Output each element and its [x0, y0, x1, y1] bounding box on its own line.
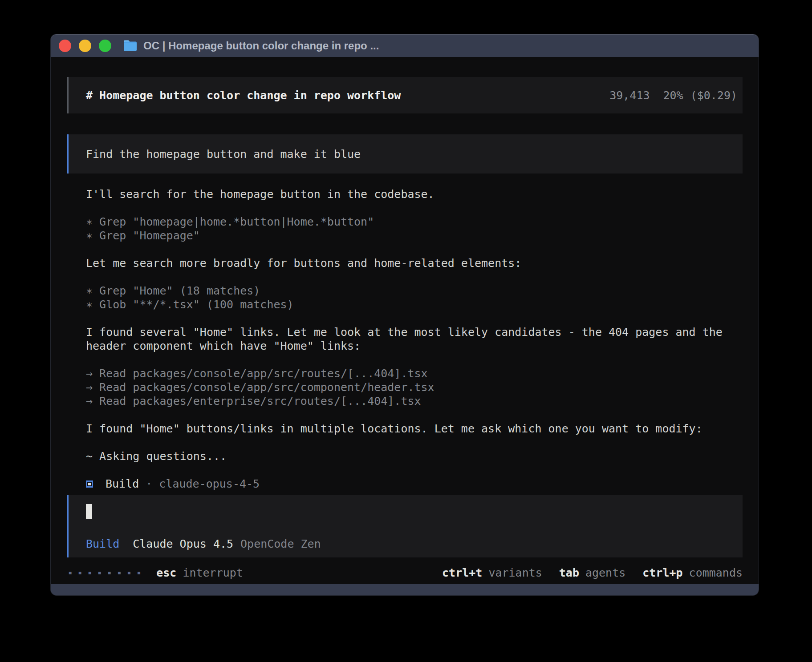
assistant-paragraph: I found several "Home" links. Let me loo…	[86, 325, 743, 353]
prompt-input[interactable]: Build Claude Opus 4.5 OpenCode Zen	[67, 495, 743, 557]
status-right: ctrl+tvariants tabagents ctrl+pcommands	[442, 566, 743, 579]
tool-call-group: ∗ Grep "Home" (18 matches) ∗ Glob "**/*.…	[86, 284, 743, 311]
assistant-text-line: I'll search for the homepage button in t…	[86, 187, 743, 201]
input-provider-label: OpenCode Zen	[240, 537, 321, 550]
assistant-paragraph: I'll search for the homepage button in t…	[86, 187, 743, 201]
session-title: # Homepage button color change in repo w…	[86, 89, 401, 102]
status-bar: ▪▪▪▪▪▪▪▪ escinterrupt ctrl+tvariants tab…	[67, 564, 743, 581]
input-meta: Build Claude Opus 4.5 OpenCode Zen	[86, 537, 737, 550]
close-button[interactable]	[59, 40, 71, 52]
agent-name: Build	[106, 477, 139, 491]
window-bottom-chrome	[51, 584, 759, 595]
session-cost: ($0.29)	[690, 89, 737, 102]
user-message-text: Find the homepage button and make it blu…	[86, 148, 361, 161]
assistant-paragraph: I found "Home" buttons/links in multiple…	[86, 422, 743, 436]
tool-call-line: ∗ Grep "homepage|home.*button|Home.*butt…	[86, 215, 743, 229]
tool-call-line: ∗ Grep "Homepage"	[86, 229, 743, 242]
text-cursor	[86, 504, 92, 519]
title-bar[interactable]: OC | Homepage button color change in rep…	[51, 34, 759, 57]
assistant-paragraph: ~ Asking questions...	[86, 449, 743, 463]
context-percent: 20%	[663, 89, 683, 102]
terminal-content: # Homepage button color change in repo w…	[51, 57, 759, 584]
assistant-status-line: ~ Asking questions...	[86, 449, 743, 463]
folder-icon	[123, 40, 138, 52]
input-mode-label: Build	[86, 537, 119, 550]
assistant-text-line: Let me search more broadly for buttons a…	[86, 256, 743, 270]
spinner-dots: ▪▪▪▪▪▪▪▪	[68, 569, 146, 577]
assistant-text-line: I found several "Home" links. Let me loo…	[86, 325, 743, 353]
input-model-label: Claude Opus 4.5	[133, 537, 233, 550]
minimize-button[interactable]	[79, 40, 91, 52]
session-header: # Homepage button color change in repo w…	[67, 77, 743, 113]
terminal-window: OC | Homepage button color change in rep…	[51, 34, 759, 595]
hint-interrupt: escinterrupt	[156, 566, 243, 579]
agent-status-row: Build · claude-opus-4-5	[86, 477, 743, 491]
agent-separator: ·	[146, 477, 152, 491]
tool-call-group: ∗ Grep "homepage|home.*button|Home.*butt…	[86, 215, 743, 242]
assistant-paragraph: Let me search more broadly for buttons a…	[86, 256, 743, 270]
tool-call-line: → Read packages/enterprise/src/routes/[.…	[86, 394, 743, 408]
tool-call-line: → Read packages/console/app/src/routes/[…	[86, 367, 743, 380]
assistant-text-line: I found "Home" buttons/links in multiple…	[86, 422, 743, 436]
tool-call-line: → Read packages/console/app/src/componen…	[86, 380, 743, 394]
tool-call-group: → Read packages/console/app/src/routes/[…	[86, 367, 743, 408]
assistant-transcript: I'll search for the homepage button in t…	[86, 187, 743, 491]
window-title: OC | Homepage button color change in rep…	[143, 40, 379, 52]
hint-variants: ctrl+tvariants	[442, 566, 542, 579]
agent-build-icon	[86, 480, 93, 488]
agent-model: claude-opus-4-5	[159, 477, 260, 491]
status-left: ▪▪▪▪▪▪▪▪ escinterrupt	[67, 566, 243, 579]
user-message: Find the homepage button and make it blu…	[67, 134, 743, 174]
hint-commands: ctrl+pcommands	[642, 566, 743, 579]
tool-call-line: ∗ Glob "**/*.tsx" (100 matches)	[86, 298, 743, 311]
session-stats: 39,41320%($0.29)	[609, 89, 737, 102]
token-count: 39,413	[609, 89, 650, 102]
zoom-button[interactable]	[99, 40, 111, 52]
tool-call-line: ∗ Grep "Home" (18 matches)	[86, 284, 743, 298]
hint-agents: tabagents	[559, 566, 625, 579]
